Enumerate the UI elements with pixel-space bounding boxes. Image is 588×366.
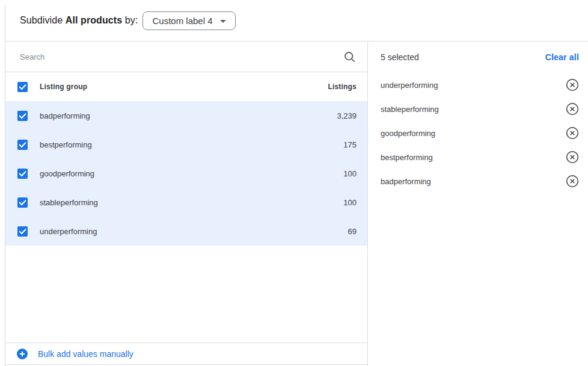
selected-item: goodperforming: [368, 121, 588, 145]
selected-item-label: badperforming: [381, 177, 431, 186]
listing-rows: badperforming3,239bestperforming175goodp…: [5, 101, 367, 246]
selected-item-label: stableperforming: [381, 105, 439, 114]
picker-body: Listing group Listings badperforming3,23…: [5, 42, 588, 366]
row-listings-count: 3,239: [337, 111, 357, 120]
selected-count: 5 selected: [381, 52, 419, 62]
selected-item-label: underperforming: [381, 81, 438, 90]
clear-all-link[interactable]: Clear all: [545, 52, 579, 62]
listing-groups-panel: Listing group Listings badperforming3,23…: [5, 42, 368, 366]
chevron-down-icon: [220, 20, 226, 23]
subdivide-card: Subdivide All products by: Custom label …: [5, 0, 588, 366]
subdivide-attribute-dropdown[interactable]: Custom label 4: [142, 11, 235, 30]
row-checkbox[interactable]: [17, 197, 28, 208]
row-listings-count: 69: [348, 227, 357, 236]
search-bar: [5, 42, 367, 72]
row-checkbox[interactable]: [17, 169, 28, 179]
row-label: goodperforming: [40, 169, 343, 178]
bulk-add-label: Bulk add values manually: [38, 349, 133, 359]
circled-x-icon[interactable]: [566, 150, 579, 164]
plus-icon: [17, 349, 28, 359]
selected-item-label: goodperforming: [381, 129, 435, 138]
table-row[interactable]: bestperforming175: [5, 130, 367, 159]
selected-items: underperformingstableperforminggoodperfo…: [368, 73, 588, 193]
row-label: badperforming: [40, 111, 337, 120]
row-checkbox[interactable]: [17, 226, 28, 237]
column-listing-group: Listing group: [40, 82, 328, 91]
circled-x-icon[interactable]: [566, 78, 579, 92]
selected-item: bestperforming: [368, 145, 588, 169]
left-panel-spacer: [5, 246, 367, 343]
row-checkbox[interactable]: [17, 140, 28, 150]
table-row[interactable]: badperforming3,239: [5, 101, 367, 130]
selected-item-label: bestperforming: [381, 153, 433, 162]
selected-item: stableperforming: [368, 97, 588, 121]
row-listings-count: 100: [343, 198, 357, 207]
selected-item: badperforming: [368, 169, 588, 193]
selected-panel: 5 selected Clear all underperformingstab…: [368, 42, 588, 366]
subdivide-sentence: Subdivide All products by:: [20, 15, 138, 26]
row-listings-count: 100: [343, 169, 357, 178]
row-label: bestperforming: [40, 140, 343, 149]
circled-x-icon[interactable]: [566, 126, 579, 140]
row-listings-count: 175: [343, 140, 357, 149]
circled-x-icon[interactable]: [566, 102, 579, 116]
table-row[interactable]: goodperforming100: [5, 159, 367, 188]
dropdown-value: Custom label 4: [152, 16, 212, 26]
selected-panel-header: 5 selected Clear all: [368, 42, 588, 73]
table-row[interactable]: stableperforming100: [5, 188, 367, 217]
row-checkbox[interactable]: [17, 111, 28, 121]
subdivide-target: All products: [66, 15, 123, 25]
row-label: stableperforming: [40, 198, 343, 207]
search-input[interactable]: [20, 52, 343, 61]
select-all-checkbox[interactable]: [17, 82, 28, 92]
subdivide-header: Subdivide All products by: Custom label …: [5, 0, 588, 42]
search-icon[interactable]: [343, 51, 356, 63]
circled-x-icon[interactable]: [566, 175, 579, 188]
subdivide-suffix: by:: [125, 15, 138, 25]
subdivide-prefix: Subdivide: [20, 15, 63, 25]
row-label: underperforming: [40, 227, 348, 236]
selected-item: underperforming: [368, 73, 588, 97]
bulk-add-row[interactable]: Bulk add values manually: [5, 343, 367, 365]
subdivide-dialog: Subdivide All products by: Custom label …: [0, 0, 588, 366]
table-row[interactable]: underperforming69: [5, 217, 367, 246]
table-header: Listing group Listings: [5, 72, 367, 101]
column-listings: Listings: [328, 82, 357, 91]
